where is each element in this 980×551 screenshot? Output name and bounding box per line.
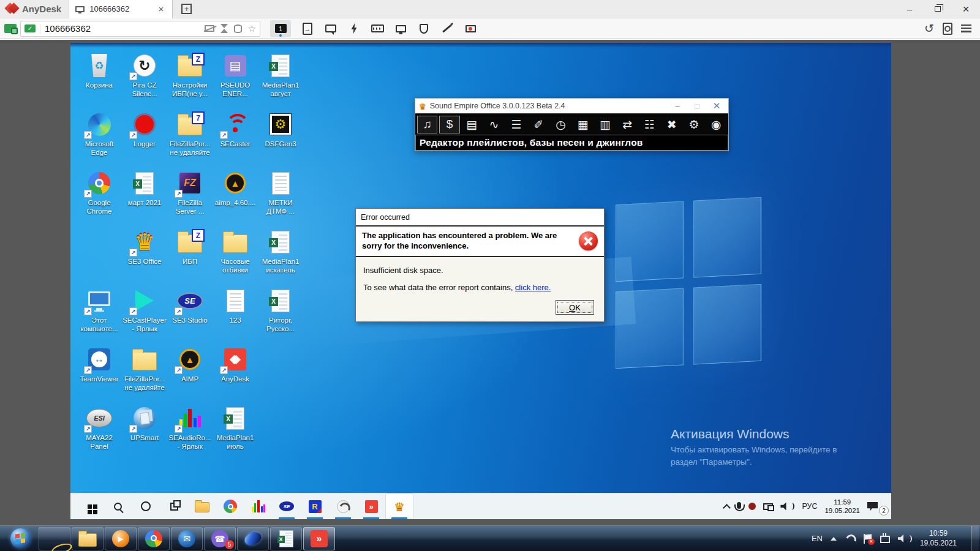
hidden-icons-chevron[interactable] <box>723 504 731 512</box>
desktop-icon[interactable]: FileZillaPor... не удаляйте <box>122 344 167 403</box>
desktop-icon[interactable]: MAYA22 Panel <box>77 403 122 462</box>
show-desktop-strip[interactable] <box>971 526 979 551</box>
desktop-icon[interactable]: aimp_4.60.... <box>213 168 258 227</box>
se-maximize-button[interactable]: □ <box>689 102 705 111</box>
host-taskbar-button[interactable] <box>237 527 269 550</box>
se-minimize-button[interactable]: – <box>669 102 685 111</box>
taskbar-button[interactable] <box>132 493 160 519</box>
keyboard-button[interactable] <box>366 20 389 38</box>
microphone-icon[interactable] <box>737 502 741 509</box>
language-indicator[interactable]: EN <box>812 534 823 543</box>
desktop-icon[interactable]: март 2021 <box>122 168 167 227</box>
language-indicator[interactable]: РУС <box>802 502 817 511</box>
desktop-icon[interactable]: SECaster <box>213 109 258 168</box>
se-toolbar-icon[interactable]: ☷ <box>639 116 660 133</box>
se-toolbar-icon[interactable]: ⚙ <box>684 116 704 133</box>
desktop-icon[interactable]: 123 <box>213 285 258 344</box>
desktop-icon[interactable]: Корзина <box>77 50 122 109</box>
record-dot-icon[interactable] <box>748 503 756 510</box>
menu-icon[interactable] <box>961 24 971 32</box>
actions-button[interactable] <box>342 20 366 38</box>
se-toolbar-icon[interactable]: ▥ <box>595 116 615 133</box>
address-field[interactable]: 106666362 ☆ <box>20 21 260 37</box>
file-transfer-button[interactable] <box>296 20 319 38</box>
se-toolbar-icon[interactable]: ♫ <box>417 116 437 133</box>
desktop-icon[interactable]: DSFGen3 <box>258 109 303 168</box>
desktop-icon[interactable]: MediaPlan1 искатель <box>258 227 303 285</box>
desktop-icon[interactable]: SE3 Office <box>122 227 167 285</box>
address-book-icon[interactable] <box>943 23 952 35</box>
monitor-select-button[interactable]: 1 <box>270 20 291 37</box>
taskbar-button[interactable] <box>357 493 385 519</box>
host-taskbar-button[interactable] <box>39 527 70 550</box>
hidden-icons-arrow[interactable] <box>831 537 837 541</box>
desktop-icon[interactable]: MediaPlan1 июль <box>213 403 258 462</box>
taskbar-button[interactable] <box>273 493 301 519</box>
desktop-icon[interactable]: SECastPlayer - Ярлык <box>122 285 167 344</box>
volume-icon[interactable] <box>898 534 912 542</box>
desktop-icon[interactable]: FileZilla Server ... <box>167 168 213 227</box>
host-taskbar-button[interactable] <box>171 527 203 550</box>
desktop-icon[interactable]: Настройки ИБП(не у... <box>167 50 213 109</box>
clock[interactable]: 11:59 19.05.2021 <box>824 498 860 515</box>
desktop-icon[interactable]: Часовые отбивки <box>213 227 258 285</box>
taskbar-button[interactable] <box>75 493 104 519</box>
network-icon[interactable] <box>880 536 890 543</box>
desktop-icon[interactable]: UPSmart <box>122 403 167 462</box>
desktop-icon[interactable]: AnyDesk <box>213 344 258 403</box>
chat-button[interactable] <box>319 20 342 38</box>
close-button[interactable]: × <box>952 0 980 18</box>
disk-icon[interactable] <box>234 24 242 33</box>
desktop-icon[interactable]: Microsoft Edge <box>77 109 122 168</box>
se-toolbar-icon[interactable]: ✖ <box>662 116 682 133</box>
host-taskbar-button[interactable] <box>138 527 170 550</box>
host-taskbar-button[interactable] <box>270 527 302 550</box>
desktop-icon[interactable]: FileZillaPor... не удаляйте <box>167 109 213 168</box>
desktop-icon[interactable]: Google Chrome <box>77 168 122 227</box>
session-tab[interactable]: 106666362 × <box>69 0 173 18</box>
host-taskbar-button[interactable]: 5 <box>204 527 236 550</box>
se-toolbar-icon[interactable]: ▤ <box>462 116 482 133</box>
se-toolbar-icon[interactable]: ◷ <box>551 116 571 133</box>
desktop-icon[interactable]: SEAudioRo... - Ярлык <box>167 403 213 462</box>
taskbar-button[interactable] <box>385 493 413 519</box>
taskbar-button[interactable] <box>104 493 132 519</box>
whiteboard-button[interactable] <box>435 20 459 38</box>
action-center-flag-icon[interactable]: ✕ <box>864 534 872 544</box>
se-toolbar-icon[interactable]: ✐ <box>529 116 549 133</box>
desktop-icon[interactable]: TeamViewer <box>77 344 122 403</box>
host-taskbar-button[interactable] <box>105 527 137 550</box>
desktop-icon[interactable]: AIMP <box>167 344 213 403</box>
restore-button[interactable] <box>924 0 952 18</box>
host-taskbar-button[interactable] <box>72 527 104 550</box>
se-toolbar-icon[interactable]: ▦ <box>573 116 593 133</box>
desktop-icon[interactable]: Pira CZ Silenc... <box>122 50 167 109</box>
taskbar-button[interactable] <box>160 493 188 519</box>
desktop-icon[interactable]: ИБП <box>167 227 213 285</box>
taskbar-button[interactable] <box>244 493 273 519</box>
notification-center-icon[interactable] <box>867 502 878 511</box>
desktop-icon[interactable]: Logger <box>122 109 167 168</box>
se-close-button[interactable]: ✕ <box>709 100 725 111</box>
host-taskbar-button[interactable] <box>303 527 335 550</box>
desktop-icon[interactable]: Риторг, Русско... <box>258 285 303 344</box>
se-toolbar-icon[interactable]: $ <box>439 116 459 133</box>
minimize-button[interactable]: – <box>895 0 924 18</box>
desktop-icon[interactable]: SE3 Studio <box>167 285 213 344</box>
host-taskbar-button[interactable] <box>3 527 37 550</box>
se-toolbar-icon[interactable]: ⇄ <box>617 116 638 133</box>
desktop-icon[interactable]: PSEUDO ENER... <box>213 50 258 109</box>
clock[interactable]: 10:59 19.05.2021 <box>920 529 957 548</box>
new-session-icon[interactable] <box>181 4 192 14</box>
ok-button[interactable]: OK <box>556 300 594 315</box>
network-icon[interactable] <box>763 503 773 510</box>
session-record-button[interactable] <box>459 20 482 38</box>
taskbar-button[interactable] <box>301 493 329 519</box>
privacy-monitor-off-icon[interactable] <box>205 25 214 32</box>
se-toolbar-icon[interactable]: ∿ <box>484 116 504 133</box>
favorites-star-icon[interactable]: ☆ <box>248 24 256 33</box>
se-titlebar[interactable]: ♛ Sound Empire Office 3.0.0.123 Beta 2.4… <box>415 99 728 113</box>
taskbar-button[interactable] <box>188 493 216 519</box>
desktop-icon[interactable]: МЕТКИ ДТМФ ... <box>258 168 303 227</box>
desktop-icon[interactable]: Этот компьюте... <box>77 285 122 344</box>
